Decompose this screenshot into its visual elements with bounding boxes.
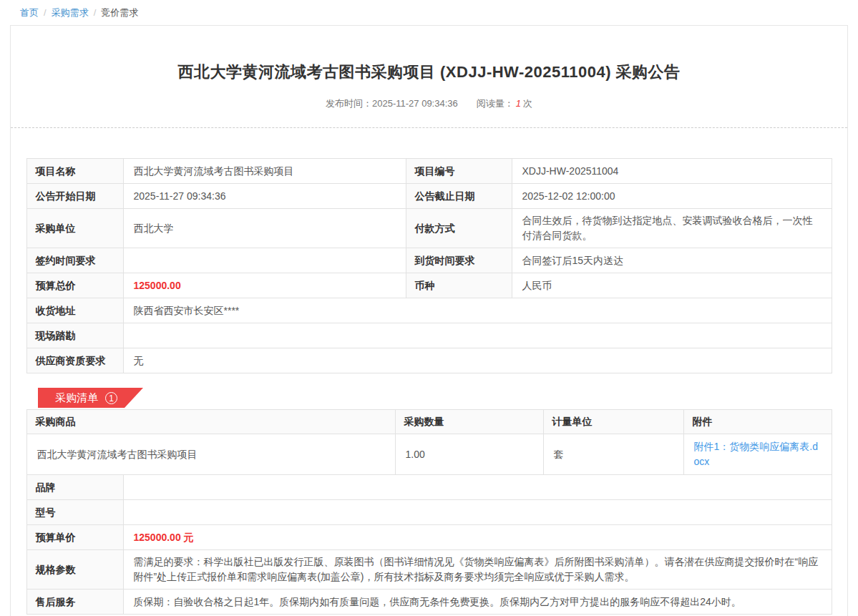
- publish-time-value: 2025-11-27 09:34:36: [372, 98, 458, 109]
- breadcrumb: 首页/采购需求/竞价需求: [0, 0, 858, 25]
- publish-time-label: 发布时间：: [326, 98, 372, 109]
- field-label: 品牌: [26, 475, 123, 500]
- attachment-link[interactable]: 附件1：货物类响应偏离表.docx: [694, 441, 818, 467]
- field-value: 西北大学黄河流域考古图书采购项目: [123, 159, 406, 184]
- project-info-table: 项目名称 西北大学黄河流域考古图书采购项目 项目编号 XDJJ-HW-20251…: [26, 158, 832, 373]
- table-row: 售后服务 质保期：自验收合格之日起1年。质保期内如有质量问题，供应商无条件免费更…: [26, 590, 832, 615]
- table-row: 收货地址 陕西省西安市长安区****: [26, 298, 832, 323]
- table-row: 供应商资质要求 无: [26, 348, 832, 373]
- field-label: 公告开始日期: [26, 184, 123, 209]
- table-row: 公告开始日期 2025-11-27 09:34:36 公告截止日期 2025-1…: [26, 184, 832, 209]
- table-row: 现场踏勘: [26, 323, 832, 348]
- field-label: 币种: [406, 273, 512, 298]
- breadcrumb-home-link[interactable]: 首页: [20, 7, 39, 18]
- field-value: [123, 475, 832, 500]
- table-row: 采购单位 西北大学 付款方式 合同生效后，待货物到达指定地点、安装调试验收合格后…: [26, 209, 832, 248]
- product-unit: 套: [543, 434, 683, 475]
- purchase-list-count-badge: 1: [105, 392, 117, 404]
- purchase-list-section-header: 采购清单 1: [38, 388, 847, 408]
- breadcrumb-procurement-link[interactable]: 采购需求: [52, 7, 89, 18]
- breadcrumb-separator: /: [94, 7, 97, 18]
- field-value: 合同签订后15天内送达: [512, 248, 832, 273]
- page-title: 西北大学黄河流域考古图书采购项目 (XDJJ-HW-202511004) 采购公…: [39, 62, 819, 83]
- field-label: 公告截止日期: [406, 184, 512, 209]
- purchase-list-ribbon-label: 采购清单: [55, 391, 98, 405]
- spec-params-value: 需满足的要求：科学出版社已出版发行正版、原装图书（图书详细情况见《货物类响应偏离…: [123, 550, 832, 590]
- field-value: 合同生效后，待货物到达指定地点、安装调试验收合格后，一次性付清合同货款。: [512, 209, 832, 248]
- views-count: 1: [516, 98, 521, 109]
- column-header-attachment: 附件: [683, 410, 832, 434]
- unit-price-value: 125000.00 元: [123, 525, 832, 550]
- views-label: 阅读量：: [477, 98, 514, 109]
- field-value: [123, 500, 832, 525]
- field-label: 供应商资质要求: [26, 348, 123, 373]
- breadcrumb-current: 竞价需求: [101, 7, 138, 18]
- field-label: 项目名称: [26, 159, 123, 184]
- field-value: [123, 323, 832, 348]
- table-row: 预算总价 125000.00 币种 人民币: [26, 273, 832, 298]
- field-value: 2025-11-27 09:34:36: [123, 184, 406, 209]
- column-header-unit: 计量单位: [543, 410, 683, 434]
- table-header-row: 采购商品 采购数量 计量单位 附件: [26, 410, 832, 434]
- product-name: 西北大学黄河流域考古图书采购项目: [26, 434, 395, 475]
- field-label: 规格参数: [26, 550, 123, 590]
- field-label: 项目编号: [406, 159, 512, 184]
- table-row: 规格参数 需满足的要求：科学出版社已出版发行正版、原装图书（图书详细情况见《货物…: [26, 550, 832, 590]
- table-row: 型号: [26, 500, 832, 525]
- table-row: 西北大学黄河流域考古图书采购项目 1.00 套 附件1：货物类响应偏离表.doc…: [26, 434, 832, 475]
- field-value: 无: [123, 348, 832, 373]
- field-label: 型号: [26, 500, 123, 525]
- field-label: 采购单位: [26, 209, 123, 248]
- field-label: 现场踏勘: [26, 323, 123, 348]
- views-unit: 次: [523, 98, 532, 109]
- purchase-list-ribbon: 采购清单 1: [38, 388, 143, 408]
- product-quantity: 1.00: [395, 434, 543, 475]
- field-label: 预算总价: [26, 273, 123, 298]
- field-value: 西北大学: [123, 209, 406, 248]
- column-header-product: 采购商品: [26, 410, 395, 434]
- field-value: [123, 248, 406, 273]
- field-value: 2025-12-02 12:00:00: [512, 184, 832, 209]
- dashed-divider: [11, 127, 847, 128]
- field-label: 签约时间要求: [26, 248, 123, 273]
- budget-total-value: 125000.00: [123, 273, 406, 298]
- purchase-list-table: 采购商品 采购数量 计量单位 附件 西北大学黄河流域考古图书采购项目 1.00 …: [26, 409, 832, 475]
- field-label: 到货时间要求: [406, 248, 512, 273]
- field-label: 付款方式: [406, 209, 512, 248]
- product-detail-table: 品牌 型号 预算单价 125000.00 元 规格参数 需满足的要求：科学出版社…: [26, 474, 832, 615]
- field-value: 陕西省西安市长安区****: [123, 298, 832, 323]
- table-row: 品牌: [26, 475, 832, 500]
- table-row: 项目名称 西北大学黄河流域考古图书采购项目 项目编号 XDJJ-HW-20251…: [26, 159, 832, 184]
- table-row: 签约时间要求 到货时间要求 合同签订后15天内送达: [26, 248, 832, 273]
- publish-meta: 发布时间：2025-11-27 09:34:36阅读量：1次: [11, 97, 847, 110]
- announcement-card: 西北大学黄河流域考古图书采购项目 (XDJJ-HW-202511004) 采购公…: [10, 25, 848, 616]
- column-header-quantity: 采购数量: [395, 410, 543, 434]
- field-label: 收货地址: [26, 298, 123, 323]
- field-value: XDJJ-HW-202511004: [512, 159, 832, 184]
- field-label: 售后服务: [26, 590, 123, 615]
- table-row: 预算单价 125000.00 元: [26, 525, 832, 550]
- breadcrumb-separator: /: [44, 7, 47, 18]
- after-sales-value: 质保期：自验收合格之日起1年。质保期内如有质量问题，供应商无条件免费更换。质保期…: [123, 590, 832, 615]
- field-label: 预算单价: [26, 525, 123, 550]
- field-value: 人民币: [512, 273, 832, 298]
